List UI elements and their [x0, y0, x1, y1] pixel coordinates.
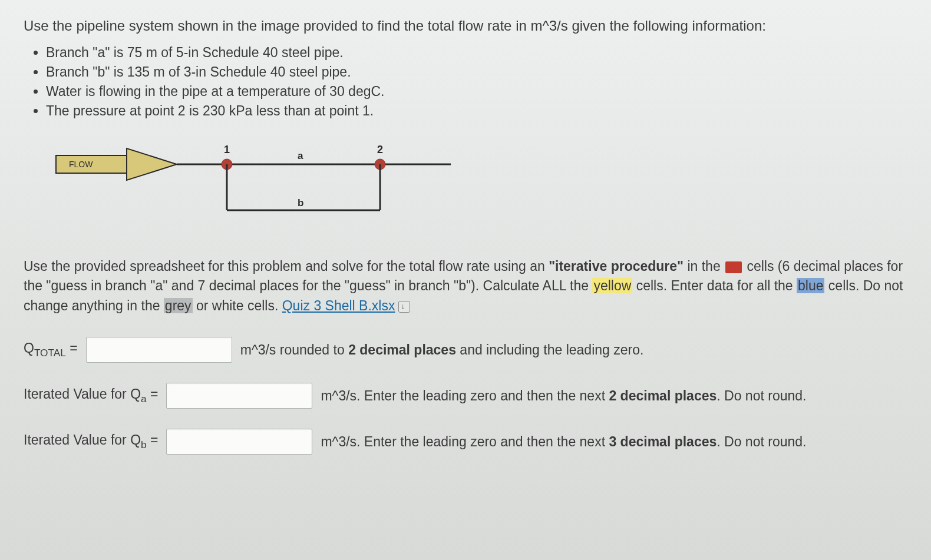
flow-label: FLOW [69, 160, 93, 169]
label-frag: = [147, 386, 159, 402]
qb-input[interactable] [166, 429, 312, 455]
tail-bold: 2 decimal places [348, 342, 456, 357]
node-1-label: 1 [224, 144, 230, 155]
spreadsheet-link[interactable]: Quiz 3 Shell B.xlsx [282, 298, 395, 313]
list-item: The pressure at point 2 is 230 kPa less … [46, 103, 907, 119]
instr-frag-bold: "iterative procedure" [549, 259, 684, 274]
instructions-text: Use the provided spreadsheet for this pr… [24, 257, 907, 316]
node-2-label: 2 [377, 144, 383, 155]
blue-highlight: blue [797, 278, 824, 293]
tail-frag: . Do not round. [717, 388, 806, 403]
download-icon[interactable] [398, 301, 410, 313]
label-frag: = [66, 340, 78, 356]
list-item: Water is flowing in the pipe at a temper… [46, 84, 907, 100]
q-total-label: QTOTAL = [24, 340, 78, 359]
label-sub: TOTAL [34, 347, 66, 359]
tail-frag: and including the leading zero. [456, 342, 643, 357]
pipeline-diagram: FLOW 1 2 a b [44, 137, 907, 233]
tail-bold: 2 decimal places [609, 388, 717, 403]
instr-frag: cells. Enter data for all the [632, 278, 797, 293]
label-frag: = [147, 432, 159, 448]
label-frag: Q [24, 340, 34, 356]
qa-input[interactable] [166, 383, 312, 409]
q-total-input[interactable] [86, 337, 232, 363]
qb-label: Iterated Value for Qb = [24, 432, 158, 451]
qb-row: Iterated Value for Qb = m^3/s. Enter the… [24, 429, 907, 455]
label-sub: a [141, 393, 147, 405]
q-total-row: QTOTAL = m^3/s rounded to 2 decimal plac… [24, 337, 907, 363]
tail-frag: m^3/s. Enter the leading zero and then t… [321, 434, 609, 449]
qa-row: Iterated Value for Qa = m^3/s. Enter the… [24, 383, 907, 409]
yellow-highlight: yellow [592, 278, 632, 293]
label-frag: Iterated Value for Q [24, 386, 141, 402]
tail-frag: m^3/s rounded to [240, 342, 348, 357]
red-cell-chip [725, 261, 742, 273]
instr-frag: or white cells. [193, 298, 282, 313]
tail-bold: 3 decimal places [609, 434, 717, 449]
list-item: Branch "b" is 135 m of 3-in Schedule 40 … [46, 64, 907, 80]
grey-highlight: grey [164, 298, 193, 313]
branch-a-label: a [298, 150, 303, 161]
qb-tail: m^3/s. Enter the leading zero and then t… [321, 434, 806, 450]
intro-text: Use the pipeline system shown in the ima… [24, 18, 907, 34]
qa-label: Iterated Value for Qa = [24, 386, 158, 405]
q-total-tail: m^3/s rounded to 2 decimal places and in… [240, 342, 644, 358]
instr-frag: in the [684, 259, 724, 274]
svg-marker-1 [127, 148, 177, 180]
instr-frag: Use the provided spreadsheet for this pr… [24, 259, 549, 274]
qa-tail: m^3/s. Enter the leading zero and then t… [321, 388, 806, 404]
label-sub: b [141, 439, 147, 450]
given-info-list: Branch "a" is 75 m of 5-in Schedule 40 s… [29, 45, 907, 119]
tail-frag: . Do not round. [717, 434, 806, 449]
branch-b-label: b [298, 197, 303, 208]
tail-frag: m^3/s. Enter the leading zero and then t… [321, 388, 609, 403]
question-page: Use the pipeline system shown in the ima… [0, 0, 931, 560]
label-frag: Iterated Value for Q [24, 432, 141, 448]
list-item: Branch "a" is 75 m of 5-in Schedule 40 s… [46, 45, 907, 61]
